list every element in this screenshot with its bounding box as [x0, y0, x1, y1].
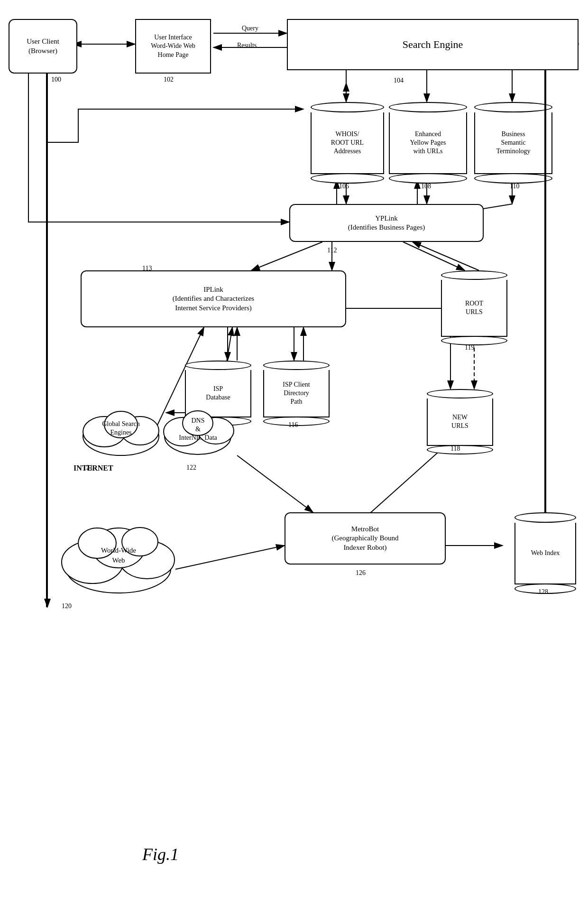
ref-108: 108 [421, 183, 431, 190]
ref-110: 110 [510, 183, 519, 190]
ref-104: 104 [394, 77, 404, 84]
results-label: Results [237, 42, 257, 49]
www-label: World-WideWeb [101, 546, 136, 564]
web-index-line [544, 70, 546, 512]
svg-line-17 [251, 242, 322, 270]
yplink-box: YPLink (Identifies Business Pages) [289, 204, 484, 242]
metrobot-box: MetroBot (Geographically Bound Indexer R… [285, 512, 446, 565]
ref-126: 126 [356, 569, 366, 577]
iplink-box: IPLink (Identifies and Characterizes Int… [81, 270, 346, 327]
ui-homepage-label: User Interface Word-Wide Web Home Page [151, 33, 195, 59]
web-index-cylinder: Web Index [514, 512, 576, 594]
query-label: Query [242, 25, 258, 32]
global-search-label: Global SearchEngines [102, 420, 140, 436]
svg-line-20 [413, 242, 479, 270]
dns-label: DNS&InterNIC Data [179, 417, 217, 441]
dns-cloud: DNS&InterNIC Data [156, 398, 239, 460]
ref-120: 120 [62, 602, 72, 610]
user-client-line [46, 74, 48, 607]
ref-119: 119 [465, 344, 474, 352]
diagram-container: User Client (Browser) 100 User Interface… [0, 0, 588, 898]
user-client-box: User Client (Browser) [9, 19, 77, 74]
whois-label: WHOIS/ ROOT URL Addresses [331, 130, 364, 156]
ui-homepage-box: User Interface Word-Wide Web Home Page [135, 19, 211, 74]
ref-100: 100 [51, 76, 61, 83]
www-cloud: World-WideWeb [57, 512, 180, 598]
search-engine-label: Search Engine [403, 38, 463, 52]
user-client-label: User Client (Browser) [27, 37, 59, 56]
search-engine-box: Search Engine [287, 19, 579, 70]
iplink-label: IPLink (Identifies and Characterizes Int… [173, 285, 254, 313]
isp-client-label: ISP Client Directory Path [283, 380, 310, 407]
fig-label: Fig.1 [142, 844, 179, 864]
global-search-cloud: Global SearchEngines [74, 398, 168, 460]
root-urls-cylinder: ROOT URLS [441, 270, 507, 345]
metrobot-label: MetroBot (Geographically Bound Indexer R… [331, 525, 398, 553]
whois-cylinder: WHOIS/ ROOT URL Addresses [311, 102, 384, 184]
ref-102: 102 [164, 76, 174, 83]
ref-122: 122 [186, 464, 196, 472]
new-urls-label: NEW URLS [451, 413, 469, 430]
svg-line-38 [237, 455, 313, 512]
ref-112: 112 [327, 247, 337, 254]
internet-label: INTERNET [74, 464, 113, 472]
isp-client-cylinder: ISP Client Directory Path [263, 361, 330, 426]
svg-line-19 [403, 242, 465, 270]
ref-116: 116 [288, 421, 298, 429]
web-index-label: Web Index [531, 549, 560, 557]
ref-106: 106 [339, 183, 349, 190]
ref-118: 118 [450, 445, 460, 453]
yplink-label: YPLink (Identifies Business Pages) [348, 214, 425, 232]
yellow-pages-cylinder: Enhanced Yellow Pages with URLs [389, 102, 467, 184]
ref-128: 128 [538, 588, 548, 596]
root-urls-label: ROOT URLS [465, 299, 483, 316]
svg-line-32 [175, 546, 285, 569]
business-semantic-cylinder: Business Semantic Terminology [474, 102, 552, 184]
business-semantic-label: Business Semantic Terminology [496, 130, 530, 156]
ref-113: 113 [142, 265, 152, 272]
yellow-pages-label: Enhanced Yellow Pages with URLs [410, 130, 446, 156]
